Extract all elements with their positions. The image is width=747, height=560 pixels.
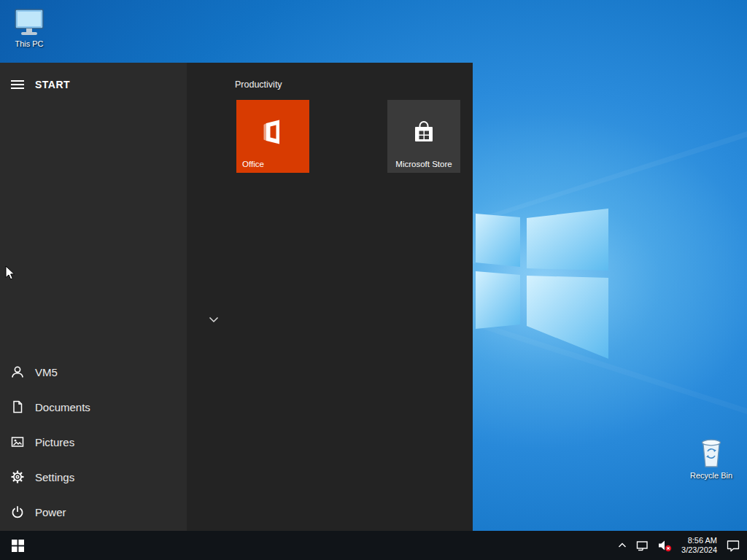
tile-group-expand-button[interactable] bbox=[205, 311, 222, 327]
desktop-icon-label: Recycle Bin bbox=[690, 471, 732, 480]
start-menu: START VM5 Document bbox=[0, 63, 473, 531]
clock-time: 8:56 AM bbox=[688, 536, 717, 545]
start-menu-header: START bbox=[0, 67, 70, 102]
nav-item-label: VM5 bbox=[35, 366, 58, 378]
system-tray: 8:56 AM 3/23/2024 bbox=[618, 531, 747, 560]
taskbar: 8:56 AM 3/23/2024 bbox=[0, 531, 747, 560]
chevron-down-icon bbox=[209, 316, 219, 323]
store-bag-icon bbox=[409, 117, 438, 147]
clock-date: 3/23/2024 bbox=[681, 545, 717, 555]
volume-tray-button[interactable] bbox=[658, 531, 672, 560]
recycle-bin-icon bbox=[697, 436, 726, 470]
nav-item-pictures[interactable]: Pictures bbox=[0, 424, 187, 459]
start-menu-nav: VM5 Documents bbox=[0, 354, 187, 529]
nav-item-documents[interactable]: Documents bbox=[0, 389, 187, 424]
network-tray-button[interactable] bbox=[636, 531, 649, 560]
action-center-icon bbox=[727, 540, 740, 552]
volume-muted-icon bbox=[658, 540, 672, 552]
tile-microsoft-store[interactable]: Microsoft Store bbox=[387, 100, 460, 173]
nav-item-label: Settings bbox=[35, 471, 74, 483]
hamburger-icon bbox=[11, 79, 24, 90]
start-menu-tile-panel: Productivity Office Microsoft Store bbox=[187, 63, 473, 531]
hidden-icons-button[interactable] bbox=[618, 531, 627, 560]
pictures-icon bbox=[0, 435, 35, 449]
nav-item-settings[interactable]: Settings bbox=[0, 459, 187, 494]
power-icon bbox=[0, 505, 35, 519]
nav-item-label: Power bbox=[35, 506, 66, 518]
nav-item-user[interactable]: VM5 bbox=[0, 354, 187, 389]
tile-group-title: Productivity bbox=[235, 79, 282, 90]
this-pc-icon bbox=[12, 7, 46, 38]
desktop-icon-this-pc[interactable]: This PC bbox=[1, 7, 58, 48]
hamburger-menu-button[interactable] bbox=[0, 67, 35, 102]
tile-label: Microsoft Store bbox=[387, 160, 460, 168]
start-button[interactable] bbox=[0, 531, 35, 560]
tile-office[interactable]: Office bbox=[236, 100, 309, 173]
clock[interactable]: 8:56 AM 3/23/2024 bbox=[681, 531, 717, 560]
user-icon bbox=[0, 365, 35, 379]
nav-item-label: Documents bbox=[35, 401, 90, 413]
start-menu-left-rail: START VM5 Document bbox=[0, 63, 187, 531]
chevron-up-icon bbox=[618, 542, 627, 548]
documents-icon bbox=[0, 400, 35, 414]
tile-label: Office bbox=[242, 160, 264, 168]
nav-item-power[interactable]: Power bbox=[0, 494, 187, 529]
start-menu-title: START bbox=[35, 79, 70, 90]
gear-icon bbox=[0, 470, 35, 484]
nav-item-label: Pictures bbox=[35, 436, 74, 448]
action-center-button[interactable] bbox=[727, 531, 740, 560]
desktop-icon-recycle-bin[interactable]: Recycle Bin bbox=[683, 436, 740, 480]
windows-logo-icon bbox=[12, 540, 24, 552]
office-logo-icon bbox=[257, 116, 289, 148]
desktop-icon-label: This PC bbox=[15, 39, 43, 48]
network-icon bbox=[636, 540, 649, 551]
